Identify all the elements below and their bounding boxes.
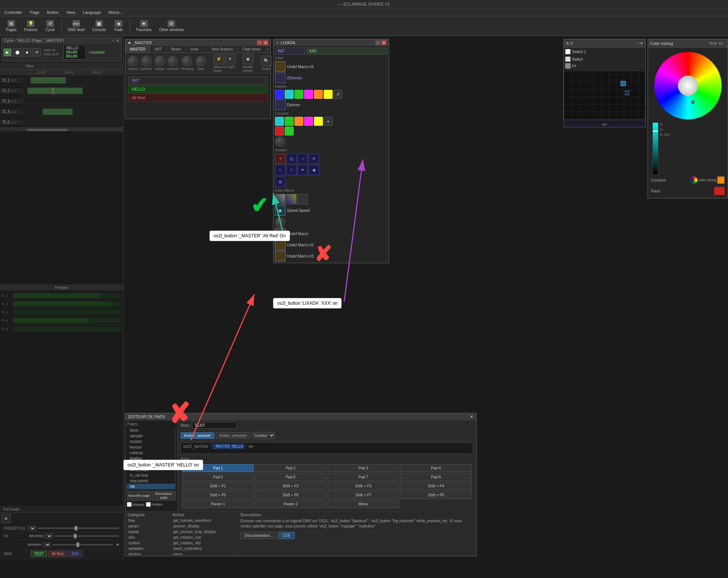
track-content-tl0[interactable]: [22, 117, 123, 127]
size-knob[interactable]: [196, 56, 206, 66]
pad-xxx[interactable]: XXX: [68, 551, 82, 557]
pos-target[interactable]: ◎: [286, 153, 297, 164]
lixada-init-btn[interactable]: INIT: [275, 48, 305, 55]
dimmer-knob[interactable]: [141, 56, 152, 66]
action-pousser-btn[interactable]: Action : pousser: [181, 432, 214, 439]
const-special[interactable]: ✦: [324, 117, 333, 126]
flash-teal[interactable]: [285, 90, 294, 99]
coloreff-3[interactable]: [297, 194, 308, 204]
lixada-close[interactable]: ✕: [381, 40, 386, 45]
pad-5[interactable]: Pad 5: [182, 473, 254, 481]
repeat-btn[interactable]: ↺: [33, 48, 41, 57]
pad-menu[interactable]: Menu: [328, 500, 399, 508]
show-beam-icon[interactable]: ⚡: [214, 54, 224, 64]
fixture-dot1[interactable]: [621, 81, 626, 86]
tab-new-buttons[interactable]: New Buttons: [207, 46, 238, 52]
mixer-wahwh-fader[interactable]: [52, 544, 113, 545]
reinitialiser-page-btn[interactable]: Réinitialiser page: [152, 491, 176, 501]
act-pioneer-display[interactable]: pioneer_display: [171, 523, 236, 529]
pdimmer-btn[interactable]: [275, 73, 285, 83]
pad-2[interactable]: Pad 2: [255, 464, 326, 472]
a-button[interactable]: A: [1, 514, 10, 523]
const-yellow[interactable]: [314, 117, 323, 126]
macro4-btn[interactable]: [275, 61, 285, 72]
color-mixing-wheel-small[interactable]: [690, 176, 698, 184]
pos-diamond[interactable]: ◆: [309, 165, 319, 175]
tab-view[interactable]: View: [186, 46, 204, 52]
toolbar-cycle[interactable]: ↺ Cycle: [42, 19, 58, 33]
param-1[interactable]: Param 1: [182, 500, 254, 508]
command-textarea[interactable]: os2l_button '_MASTER_HELLO' on: [181, 442, 473, 454]
timeline-scrollbar[interactable]: [0, 128, 123, 131]
pad-allred[interactable]: All Red: [48, 551, 67, 557]
lixada-xxx-btn[interactable]: XXX: [306, 48, 387, 55]
prefere-checkbox[interactable]: [146, 502, 151, 507]
phasing-knob[interactable]: [182, 56, 192, 66]
menu-view[interactable]: View: [65, 9, 77, 15]
menu-page[interactable]: Page: [28, 9, 41, 15]
pos-cross[interactable]: ✕: [309, 153, 319, 164]
speed-knob[interactable]: [128, 56, 138, 66]
shutter-icon[interactable]: ◉: [243, 54, 253, 64]
play-btn[interactable]: ▶: [3, 48, 12, 57]
page-mappoints[interactable]: map points: [127, 478, 175, 484]
menu-button[interactable]: Button: [45, 9, 60, 15]
menu-language[interactable]: Language: [81, 9, 103, 15]
cat-flow[interactable]: flow: [126, 518, 169, 523]
flash-orange[interactable]: [314, 90, 323, 99]
toolbar-dmx[interactable]: DMX DMX level: [65, 19, 88, 33]
act-rotation-slip[interactable]: get_rotation_slip: [171, 540, 236, 546]
master-minimize[interactable]: −: [257, 40, 262, 45]
pos-circle[interactable]: ○: [297, 153, 308, 164]
tab-init[interactable]: INIT: [150, 46, 167, 52]
color-flash-swatch[interactable]: [714, 187, 725, 195]
flash-special[interactable]: ↺: [333, 90, 342, 99]
pos-dot[interactable]: •: [286, 165, 297, 175]
undef-macro2-icon[interactable]: [275, 240, 285, 250]
const-red[interactable]: [275, 127, 284, 136]
page-scratch[interactable]: scratch: [127, 439, 175, 444]
act-invert[interactable]: invert_controllers: [171, 546, 236, 551]
const-green2[interactable]: [285, 127, 294, 136]
fader-thumb-2[interactable]: [74, 534, 77, 538]
track-content-tl3[interactable]: [22, 96, 123, 106]
cycle-minimize[interactable]: −: [112, 39, 114, 43]
mixer-freestyle-select[interactable]: [28, 526, 36, 531]
cat-system[interactable]: system: [126, 540, 169, 546]
pad-6[interactable]: Pad 6: [255, 473, 326, 481]
coloreff-1[interactable]: [275, 194, 285, 204]
fader-thumb-1[interactable]: [74, 526, 77, 530]
pos-special2[interactable]: ✦: [297, 165, 308, 175]
const-magenta[interactable]: [304, 117, 313, 126]
flash-blue[interactable]: [275, 90, 284, 99]
page-cueloop[interactable]: cueloop: [127, 450, 175, 456]
act-get-numark[interactable]: get_numark_waveform: [171, 518, 236, 523]
pos-add[interactable]: +: [275, 153, 285, 164]
record-btn[interactable]: ⬤: [13, 48, 21, 57]
coloreff-2[interactable]: [286, 194, 297, 204]
fader-thumb-3[interactable]: [76, 542, 79, 547]
action-pression-btn[interactable]: Action : pression: [216, 432, 250, 439]
cue-init[interactable]: INIT: [128, 77, 267, 84]
page-sampler[interactable]: sampler: [127, 433, 175, 439]
show-beam-icon2[interactable]: ✦: [225, 54, 235, 64]
menu-about[interactable]: About...: [107, 9, 124, 15]
pos-bottom[interactable]: ⊕: [275, 177, 285, 187]
shift-p1[interactable]: Shift + P1: [182, 482, 254, 490]
tab-fade-times[interactable]: Fade times: [238, 46, 266, 52]
pad-8[interactable]: Pad 8: [400, 473, 472, 481]
flash-magenta[interactable]: [304, 90, 313, 99]
add-button[interactable]: +: [116, 541, 119, 548]
cue-hello[interactable]: HELLO: [128, 85, 267, 93]
track-content-tl4[interactable]: [22, 107, 123, 117]
shift-p8[interactable]: Shift + P8: [400, 491, 472, 499]
stop-btn[interactable]: ■: [23, 48, 31, 57]
pad-test[interactable]: TEST: [31, 551, 47, 557]
lixada-titlebar[interactable]: ☆ LIXADA − ✕: [273, 39, 389, 46]
shift-p7[interactable]: Shift + P7: [328, 491, 399, 499]
toolbar-favorites[interactable]: ★ Favorites: [133, 19, 155, 33]
shift-p6[interactable]: Shift + P6: [255, 491, 326, 499]
toolbar-fixtures[interactable]: 💡 Fixtures: [21, 19, 40, 33]
shift-p4[interactable]: Shift + P4: [400, 482, 472, 490]
tab-expander[interactable]: ▸: [266, 46, 270, 52]
